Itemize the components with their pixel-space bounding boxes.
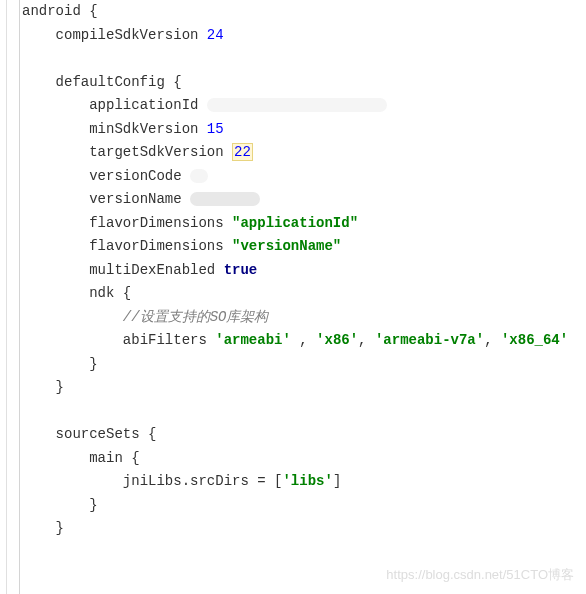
token: versionCode: [89, 168, 190, 184]
code-line: flavorDimensions "versionName": [22, 235, 584, 259]
keyword: true: [224, 262, 258, 278]
brace-close: }: [89, 497, 97, 513]
code-line: versionName: [22, 188, 584, 212]
redacted-region: [190, 192, 260, 206]
redacted-region: [190, 169, 208, 183]
string-literal: 'x86': [316, 332, 358, 348]
string-literal: "applicationId": [232, 215, 358, 231]
token: compileSdkVersion: [56, 27, 207, 43]
number-literal: 24: [207, 27, 224, 43]
token: defaultConfig {: [56, 74, 182, 90]
comment: //设置支持的SO库架构: [123, 309, 269, 325]
string-literal: 'x86_64': [501, 332, 568, 348]
token: multiDexEnabled: [89, 262, 223, 278]
string-literal: 'armeabi': [215, 332, 291, 348]
code-line: }: [22, 353, 584, 377]
string-literal: 'libs': [282, 473, 332, 489]
code-line: abiFilters 'armeabi' , 'x86', 'armeabi-v…: [22, 329, 584, 353]
brace-close: }: [89, 356, 97, 372]
brace-close: }: [56, 379, 64, 395]
code-editor[interactable]: android { compileSdkVersion 24 defaultCo…: [0, 0, 586, 594]
code-line: minSdkVersion 15: [22, 118, 584, 142]
token: sourceSets {: [56, 426, 157, 442]
code-line-blank: [22, 47, 584, 71]
code-line-blank: [22, 400, 584, 424]
code-line: main {: [22, 447, 584, 471]
brace-close: }: [56, 520, 64, 536]
token: flavorDimensions: [89, 215, 232, 231]
token: flavorDimensions: [89, 238, 232, 254]
redacted-region: [207, 98, 387, 112]
code-line: //设置支持的SO库架构: [22, 306, 584, 330]
code-line: jniLibs.srcDirs = ['libs']: [22, 470, 584, 494]
code-line: ndk {: [22, 282, 584, 306]
token: versionName: [89, 191, 190, 207]
code-line: compileSdkVersion 24: [22, 24, 584, 48]
code-line: }: [22, 494, 584, 518]
code-line: versionCode: [22, 165, 584, 189]
code-line: }: [22, 517, 584, 541]
number-literal-highlighted: 22: [232, 143, 253, 161]
code-line: }: [22, 376, 584, 400]
string-literal: "versionName": [232, 238, 341, 254]
code-line: multiDexEnabled true: [22, 259, 584, 283]
token: main {: [89, 450, 139, 466]
token: android {: [22, 3, 98, 19]
code-area[interactable]: android { compileSdkVersion 24 defaultCo…: [20, 0, 586, 594]
code-line: android {: [22, 0, 584, 24]
code-line: defaultConfig {: [22, 71, 584, 95]
token: targetSdkVersion: [89, 144, 232, 160]
code-line: applicationId: [22, 94, 584, 118]
code-line: targetSdkVersion 22: [22, 141, 584, 165]
token: minSdkVersion: [89, 121, 207, 137]
token: jniLibs.srcDirs = [: [123, 473, 283, 489]
gutter: [0, 0, 20, 594]
code-line: flavorDimensions "applicationId": [22, 212, 584, 236]
token: ndk {: [89, 285, 131, 301]
string-literal: 'armeabi-v7a': [375, 332, 484, 348]
token: applicationId: [89, 97, 207, 113]
token: abiFilters: [123, 332, 215, 348]
number-literal: 15: [207, 121, 224, 137]
code-line: sourceSets {: [22, 423, 584, 447]
